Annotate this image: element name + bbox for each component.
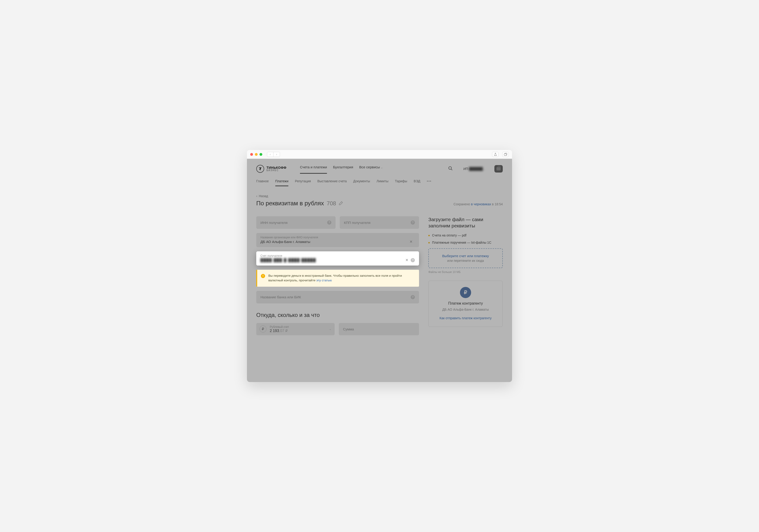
subnav-tariffs[interactable]: Тарифы (395, 179, 407, 186)
recipient-account-field[interactable]: Счет получателя ████ ███ █ ████ █████ ✕ … (256, 251, 419, 266)
sub-nav: Главное Платежи Репутация Выставление сч… (256, 175, 503, 186)
page-number: 708 (327, 200, 336, 207)
card-how-to-link[interactable]: Как отправить платеж контрагенту (439, 316, 492, 320)
bank-bic-field[interactable]: Название банка или БИК ? (256, 291, 419, 304)
top-nav-accounting[interactable]: Бухгалтерия (333, 165, 353, 173)
counterparty-card: ₽ Платеж контрагенту ДБ АО Альфа-Банк г.… (428, 281, 503, 327)
share-button[interactable] (492, 152, 499, 157)
chevron-down-icon: ⌄ (329, 327, 331, 331)
top-nav-accounts[interactable]: Счета и платежи (300, 165, 327, 173)
upload-bullet: Счета на оплату — pdf (428, 233, 503, 238)
briefcase-button[interactable] (494, 165, 503, 173)
logo-text-1: ТИНЬКОФФ (266, 166, 287, 169)
app-header: ₮ ТИНЬКОФФ БИЗНЕС Счета и платежи Бухгал… (256, 159, 503, 175)
edit-icon (339, 201, 343, 205)
help-icon[interactable]: ? (411, 258, 415, 262)
page-title: По реквизитам в рублях (256, 200, 324, 207)
top-nav: Счета и платежи Бухгалтерия Все сервисы⌄ (300, 165, 383, 173)
titlebar: ‹ › (247, 150, 512, 159)
amount-field[interactable]: Сумма (339, 323, 419, 335)
chevron-left-icon: ‹ (256, 194, 258, 198)
subnav-reputation[interactable]: Репутация (295, 179, 311, 186)
nav-arrows: ‹ › (267, 152, 280, 157)
subnav-limits[interactable]: Лимиты (377, 179, 388, 186)
inn-field[interactable]: ИНН получателя ? (256, 216, 336, 229)
upload-bullet: Платежные поручения — txt-файлы 1С (428, 240, 503, 245)
drop-choose-link[interactable]: Выберите счет или платежку (432, 254, 499, 258)
upload-title: Загрузите файл — сами заполним реквизиты (428, 216, 503, 229)
edit-title-button[interactable] (339, 201, 343, 206)
logo[interactable]: ₮ ТИНЬКОФФ БИЗНЕС (256, 165, 287, 173)
top-nav-all-services[interactable]: Все сервисы⌄ (359, 165, 383, 173)
saved-note: Сохранено в черновиках в 18:54 (454, 202, 503, 206)
subnav-documents[interactable]: Документы (353, 179, 370, 186)
bullet-icon (428, 242, 430, 243)
card-subtitle: ДБ АО Альфа-Банк г. Аламаты (433, 307, 498, 312)
window-minimize-icon[interactable] (255, 153, 258, 156)
svg-point-1 (449, 167, 451, 169)
logo-text-2: БИЗНЕС (266, 169, 287, 172)
saved-drafts-link[interactable]: в черновиках (471, 202, 491, 206)
ruble-circle-icon: ₽ (460, 287, 471, 298)
side-column: Загрузите файл — сами заполним реквизиты… (428, 216, 503, 340)
upload-size-note: Файлы не больше 10 МБ (428, 270, 503, 274)
logo-emblem-icon: ₮ (256, 165, 264, 173)
chevron-down-icon: ⌄ (381, 166, 383, 169)
traffic-lights (250, 153, 262, 156)
foreign-bank-warning: ! Вы переводите деньги в иностранный бан… (256, 270, 419, 287)
clear-account-button[interactable]: ✕ (405, 258, 408, 262)
org-name-field[interactable]: Название организации или ФИО получателя … (256, 233, 419, 247)
tabs-icon (504, 153, 507, 156)
ruble-icon: ₽ (260, 326, 266, 333)
form-column: ИНН получателя ? КПП получателя ? Назван… (256, 216, 419, 340)
nav-back-button[interactable]: ‹ (267, 152, 273, 157)
company-name[interactable]: ИП ██████.. (463, 167, 485, 171)
card-title: Платеж контрагенту (433, 301, 498, 306)
source-account-select[interactable]: ₽ Рублевый счет 2 193,07 ₽ ⌄ (256, 323, 335, 335)
subnav-invoice[interactable]: Выставление счета (317, 179, 347, 186)
bullet-icon (428, 235, 430, 236)
back-link[interactable]: ‹ Назад (256, 194, 503, 198)
help-icon[interactable]: ? (411, 221, 415, 225)
window-zoom-icon[interactable] (260, 153, 262, 156)
kpp-field[interactable]: КПП получателя ? (340, 216, 419, 229)
nav-forward-button[interactable]: › (273, 152, 280, 157)
subnav-more[interactable]: ••• (427, 179, 432, 186)
svg-rect-0 (504, 154, 506, 155)
briefcase-icon (497, 167, 500, 170)
search-icon (448, 166, 453, 171)
window-close-icon[interactable] (250, 153, 253, 156)
help-icon[interactable]: ? (327, 221, 331, 225)
file-drop-zone[interactable]: Выберите счет или платежку или перетянит… (428, 248, 503, 268)
subnav-ved[interactable]: ВЭД (414, 179, 420, 186)
help-icon[interactable]: ? (411, 295, 415, 299)
section-from-amount-title: Откуда, сколько и за что (256, 312, 419, 318)
clear-org-button[interactable]: ✕ (410, 239, 413, 244)
share-icon (494, 153, 497, 156)
warning-article-link[interactable]: эту статью (316, 278, 332, 282)
warning-icon: ! (261, 274, 265, 278)
browser-window: ‹ › ₮ ТИНЬКОФФ БИЗНЕС Сч (247, 150, 512, 382)
tabs-button[interactable] (502, 152, 509, 157)
search-button[interactable] (448, 166, 453, 172)
subnav-main[interactable]: Главное (256, 179, 269, 186)
subnav-payments[interactable]: Платежи (275, 179, 289, 186)
